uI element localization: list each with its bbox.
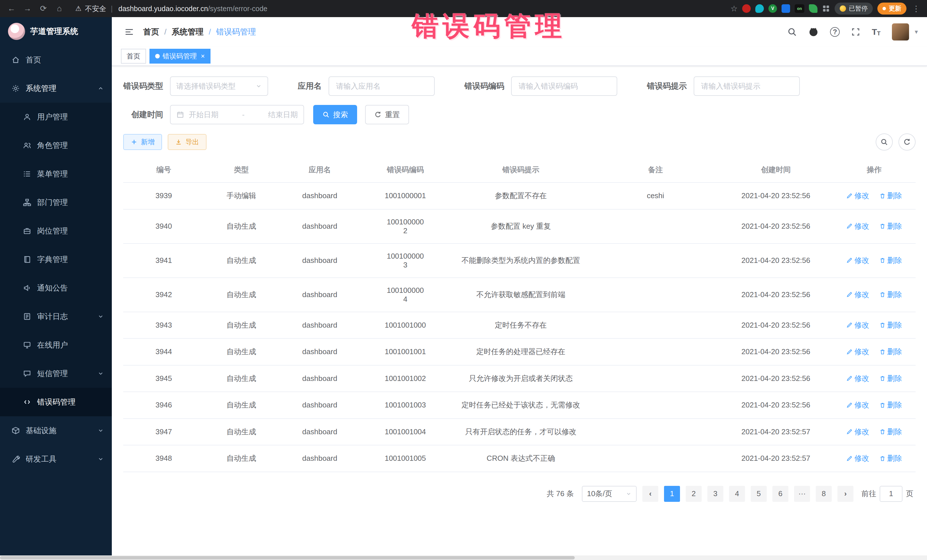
delete-link[interactable]: 删除 [879,221,902,231]
page-size-select[interactable]: 10条/页 [582,486,637,502]
sidebar-item-dept-management[interactable]: 部门管理 [0,188,112,217]
edit-link[interactable]: 修改 [846,221,869,231]
extension-icon[interactable] [809,4,818,13]
cell-remark: ceshi [592,182,719,209]
search-icon[interactable] [787,27,797,37]
sidebar-item-notice[interactable]: 通知公告 [0,274,112,302]
breadcrumb-system[interactable]: 系统管理 [172,27,204,37]
sidebar-item-home[interactable]: 首页 [0,46,112,74]
edit-link[interactable]: 修改 [846,191,869,201]
reset-button[interactable]: 重置 [365,105,409,124]
extensions-puzzle-icon[interactable] [822,5,830,12]
error-hint-input[interactable] [694,77,799,95]
navbar: 首页 / 系统管理 / 错误码管理 ? [112,17,927,47]
breadcrumb-home[interactable]: 首页 [143,27,159,37]
fullscreen-icon[interactable] [851,27,860,36]
goto-page-input[interactable] [880,486,903,502]
sidebar-item-audit-log[interactable]: 审计日志 [0,302,112,331]
edit-link[interactable]: 修改 [846,347,869,357]
sidebar-item-menu-management[interactable]: 菜单管理 [0,160,112,188]
delete-link-label: 删除 [887,400,902,410]
delete-link[interactable]: 删除 [879,427,902,437]
error-type-select[interactable]: 请选择错误码类型 [170,76,268,96]
help-icon[interactable]: ? [830,27,840,37]
extension-icon[interactable] [742,4,751,13]
extension-icon[interactable] [781,4,790,13]
browser-home-icon[interactable]: ⌂ [54,2,65,15]
edit-link[interactable]: 修改 [846,453,869,463]
github-icon[interactable] [808,27,819,37]
search-button[interactable]: 搜索 [313,105,357,124]
delete-link-label: 删除 [887,453,902,463]
delete-link[interactable]: 删除 [879,373,902,384]
search-icon [322,111,330,118]
sidebar-item-online-users[interactable]: 在线用户 [0,331,112,359]
extension-icon[interactable]: V [768,4,777,13]
avatar-caret-icon[interactable]: ▾ [915,28,918,36]
security-chip[interactable]: ⚠ 不安全 | [75,4,114,14]
cell-remark [592,209,719,243]
toggle-search-button[interactable] [876,134,893,150]
tab-error-code-management[interactable]: 错误码管理 × [149,49,211,64]
delete-link[interactable]: 删除 [879,347,902,357]
edit-link[interactable]: 修改 [846,400,869,410]
horizontal-scrollbar[interactable] [0,555,927,560]
browser-back-icon[interactable]: ← [6,2,17,15]
prev-page-button[interactable]: ‹ [642,486,658,502]
delete-link[interactable]: 删除 [879,191,902,201]
delete-link[interactable]: 删除 [879,255,902,266]
delete-link[interactable]: 删除 [879,290,902,300]
tab-home[interactable]: 首页 [121,49,146,64]
scrollbar-thumb[interactable] [0,556,575,559]
bookmark-star-icon[interactable]: ☆ [731,4,738,14]
browser-forward-icon[interactable]: → [22,2,33,15]
page-button-5[interactable]: 5 [751,486,767,502]
edit-link[interactable]: 修改 [846,373,869,384]
font-size-icon[interactable]: TT [872,27,880,37]
sidebar-item-user-management[interactable]: 用户管理 [0,103,112,131]
page-button-3[interactable]: 3 [707,486,723,502]
page-button-4[interactable]: 4 [729,486,745,502]
sidebar-item-sms-management[interactable]: 短信管理 [0,359,112,388]
sidebar-item-system-management[interactable]: 系统管理 [0,74,112,103]
table-row: 3944 自动生成 dashboard 1001001001 定时任务的处理器已… [123,338,916,365]
sidebar-item-dev-tools[interactable]: 研发工具 [0,445,112,473]
extension-icon[interactable]: on [795,4,804,13]
sidebar-item-error-code-management[interactable]: 错误码管理 [0,388,112,416]
page-button-6[interactable]: 6 [772,486,789,502]
edit-link[interactable]: 修改 [846,290,869,300]
date-range-picker[interactable]: 开始日期 - 结束日期 [170,105,304,124]
app-name-input[interactable] [329,77,434,95]
add-button[interactable]: 新增 [123,134,162,150]
browser-reload-icon[interactable]: ⟳ [38,2,49,15]
paused-badge[interactable]: 已暂停 [834,3,873,15]
delete-link[interactable]: 删除 [879,320,902,330]
page-button-8[interactable]: 8 [816,486,832,502]
sidebar-logo[interactable]: 芋道管理系统 [0,17,112,46]
delete-link[interactable]: 删除 [879,453,902,463]
more-pages-button[interactable]: ··· [794,486,810,502]
sidebar-item-infrastructure[interactable]: 基础设施 [0,416,112,445]
edit-link[interactable]: 修改 [846,427,869,437]
extension-icon[interactable] [755,4,764,13]
delete-link[interactable]: 删除 [879,400,902,410]
trash-icon [879,322,886,328]
address-bar[interactable]: dashboard.yudao.iocoder.cn/system/error-… [119,5,267,13]
page-button-2[interactable]: 2 [686,486,702,502]
page-button-1[interactable]: 1 [664,486,680,502]
export-button[interactable]: 导出 [168,134,207,150]
sidebar-item-dict-management[interactable]: 字典管理 [0,245,112,274]
edit-link[interactable]: 修改 [846,320,869,330]
chevron-up-icon [97,85,104,91]
next-page-button[interactable]: › [837,486,853,502]
user-avatar[interactable] [892,23,909,41]
update-button[interactable]: 更新 [877,3,906,15]
hamburger-icon[interactable] [119,24,140,40]
error-code-input[interactable] [512,77,617,95]
edit-link[interactable]: 修改 [846,255,869,266]
sidebar-item-post-management[interactable]: 岗位管理 [0,217,112,245]
browser-menu-icon[interactable]: ⋮ [911,4,921,14]
refresh-table-button[interactable] [898,134,916,150]
tab-close-icon[interactable]: × [201,52,205,60]
sidebar-item-role-management[interactable]: 角色管理 [0,131,112,160]
